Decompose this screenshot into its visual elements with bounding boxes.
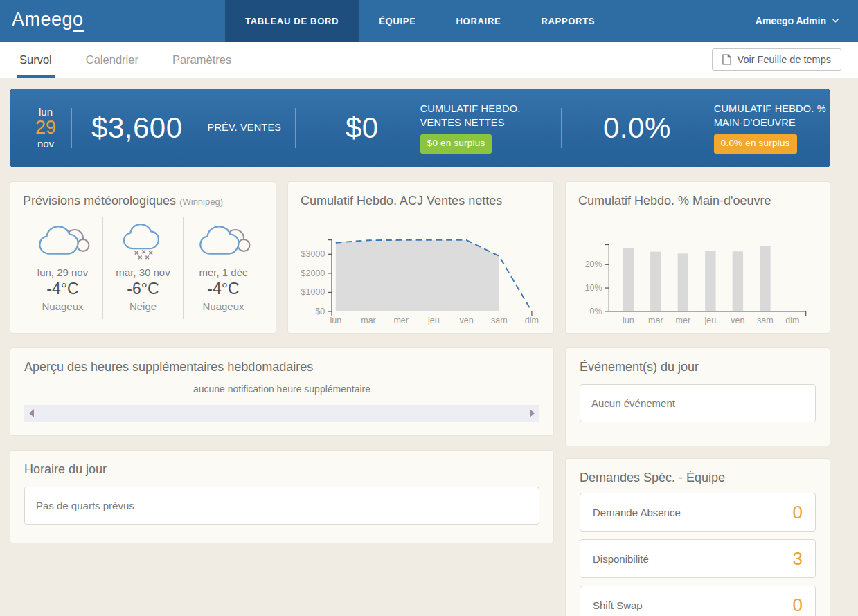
overtime-card-title: Aperçu des heures supplémentaires hebdom… [24,360,539,374]
labour-chart-title: Cumulatif Hebdo. % Main-d'oeuvre [578,194,817,208]
kpi-sales-forecast: lun 29 nov $3,600 PRÉV. VENTES [10,89,295,167]
weather-day-temp: -4°C [207,280,239,298]
labour-percent-value: 0.0% [603,111,671,145]
weather-day-condition: Nuageux [202,300,244,312]
current-date: lun 29 nov [35,107,56,150]
weather-day-condition: Nuageux [42,300,83,312]
nav-rapports[interactable]: RAPPORTS [521,0,615,42]
request-count: 0 [793,595,803,616]
weather-day: lun, 29 nov -4°C Nuageux [23,217,102,319]
svg-text:lun: lun [623,316,634,325]
svg-text:$0: $0 [315,307,325,316]
kpi-net-sales: $0 CUMULATIF HEBDO. VENTES NETTES $0 en … [295,89,561,167]
user-menu[interactable]: Ameego Admin [756,0,858,42]
tab-survol[interactable]: Survol [19,42,52,78]
svg-text:20%: 20% [585,260,602,269]
chevron-down-icon [832,18,839,24]
svg-text:jeu: jeu [427,316,440,325]
top-navigation-bar: Ameego TABLEAU DE BORD ÉQUIPE HORAIRE RA… [0,0,858,42]
banner-divider [71,108,72,148]
banner-divider [295,108,296,148]
sales-forecast-value: $3,600 [91,111,182,145]
overtime-horizontal-scrollbar[interactable] [24,405,539,422]
weather-day-date: mar, 30 nov [116,266,170,278]
nav-equipe[interactable]: ÉQUIPE [359,0,436,42]
nav-horaire[interactable]: HORAIRE [436,0,521,42]
request-count: 3 [793,548,803,570]
net-sales-label: CUMULATIF HEBDO. VENTES NETTES [420,103,521,128]
svg-text:mer: mer [676,316,691,325]
scroll-right-arrow-icon[interactable] [530,409,535,417]
requests-card-title: Demandes Spéc. - Équipe [580,471,816,485]
logo-text: Ameeg [12,9,73,30]
svg-text:jeu: jeu [704,316,716,325]
kpi-labour-percent: 0.0% CUMULATIF HEBDO. % MAIN-D'OEUVRE 0.… [561,89,830,167]
request-row-disponibilite[interactable]: Disponibilité 3 [580,539,816,578]
date-month: nov [37,138,54,150]
svg-text:0%: 0% [590,307,602,316]
scroll-left-arrow-icon[interactable] [29,409,34,417]
net-sales-surplus-badge: $0 en surplus [420,134,492,153]
labour-chart-card: Cumulatif Hebdo. % Main-d'oeuvre 0%10%20… [565,181,830,334]
date-weekday: lun [39,107,53,118]
logo-text-underlined: o [73,9,84,32]
labour-bar-chart: 0%10%20%lunmarmerjeuvensamdim [578,212,819,332]
document-icon [722,54,731,65]
kpi-banner: lun 29 nov $3,600 PRÉV. VENTES $0 CUMULA… [10,89,830,167]
svg-text:ven: ven [459,316,473,325]
net-sales-label-block: CUMULATIF HEBDO. VENTES NETTES $0 en sur… [420,102,544,153]
date-day: 29 [35,118,56,138]
tab-parametres[interactable]: Paramètres [172,42,231,78]
nav-tableau-de-bord[interactable]: TABLEAU DE BORD [225,0,359,42]
cloudy-icon [192,217,256,260]
net-sales-chart-title: Cumulatif Hebdo. ACJ Ventes nettes [301,194,541,208]
svg-text:mer: mer [393,316,409,325]
svg-text:10%: 10% [585,283,602,293]
main-content: lun 29 nov $3,600 PRÉV. VENTES $0 CUMULA… [0,78,858,616]
weather-location: (Winnipeg) [179,197,223,207]
weather-title-text: Prévisions météorologiques [23,194,176,208]
net-sales-area-chart: $0$1000$2000$3000lunmarmerjeuvensamdim [301,212,542,332]
weather-days: lun, 29 nov -4°C Nuageux [23,217,263,319]
svg-text:ven: ven [731,316,744,325]
view-timesheet-button[interactable]: Voir Feuille de temps [712,48,841,71]
weather-card-title: Prévisions météorologiques (Winnipeg) [23,194,263,208]
snow-icon [111,217,175,260]
ameego-logo[interactable]: Ameego [0,0,225,42]
svg-text:sam: sam [757,316,774,325]
net-sales-chart-card: Cumulatif Hebdo. ACJ Ventes nettes $0$10… [287,181,554,334]
svg-text:sam: sam [491,316,508,325]
tab-calendrier[interactable]: Calendrier [86,42,138,78]
request-row-shift-swap[interactable]: Shift Swap 0 [580,586,816,616]
today-events-card: Événement(s) du jour Aucun événement [565,347,830,446]
request-label: Demande Absence [593,507,681,518]
dashboard-page: Ameego TABLEAU DE BORD ÉQUIPE HORAIRE RA… [0,0,858,616]
weather-day: mer, 1 déc -4°C Nuageux [183,217,263,319]
request-row-absence[interactable]: Demande Absence 0 [580,493,816,532]
weather-day-condition: Neige [129,300,157,312]
user-menu-label: Ameego Admin [756,15,826,26]
team-requests-card: Demandes Spéc. - Équipe Demande Absence … [565,458,830,616]
weather-forecast-card: Prévisions météorologiques (Winnipeg) [10,181,276,334]
events-empty-message: Aucun événement [580,384,816,422]
net-sales-value: $0 [346,111,379,145]
today-schedule-card: Horaire du jour Pas de quarts prévus [10,450,554,543]
svg-text:lun: lun [330,316,341,325]
main-nav: TABLEAU DE BORD ÉQUIPE HORAIRE RAPPORTS [225,0,615,42]
svg-text:$2000: $2000 [301,269,325,278]
svg-text:$1000: $1000 [301,287,325,297]
svg-text:dim: dim [785,316,799,325]
weather-day-date: lun, 29 nov [37,266,88,278]
labour-percent-label-block: CUMULATIF HEBDO. % MAIN-D'OEUVRE 0.0% en… [714,102,830,153]
banner-divider [561,108,562,148]
labour-percent-label: CUMULATIF HEBDO. % MAIN-D'OEUVRE [714,103,826,128]
right-column: Cumulatif Hebdo. % Main-d'oeuvre 0%10%20… [565,181,830,616]
cloudy-icon [31,217,95,260]
left-column: Prévisions météorologiques (Winnipeg) [10,181,554,616]
svg-text:dim: dim [525,316,539,325]
labour-surplus-badge: 0.0% en surplus [714,134,797,153]
view-timesheet-label: Voir Feuille de temps [738,54,831,65]
secondary-nav: Survol Calendrier Paramètres Voir Feuill… [0,42,858,78]
svg-text:$3000: $3000 [301,249,325,259]
schedule-empty-message: Pas de quarts prévus [24,487,539,525]
